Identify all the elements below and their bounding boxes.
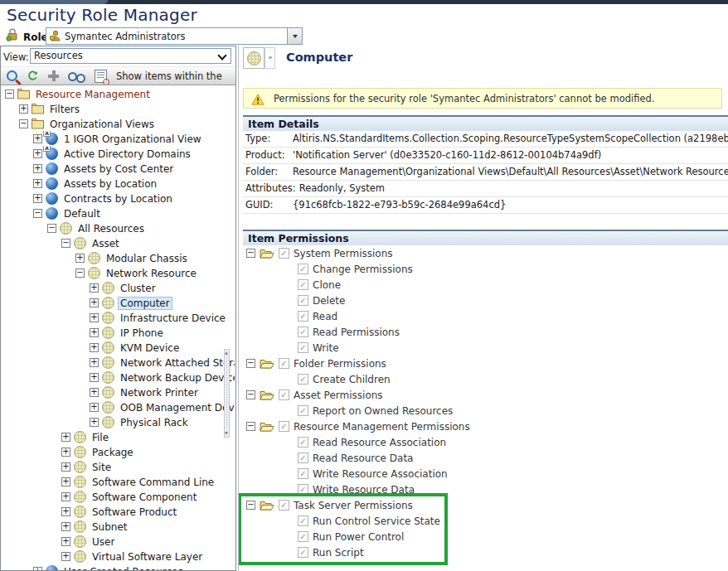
collapse-icon[interactable]: − [246, 390, 255, 399]
expand-icon[interactable]: + [61, 537, 70, 546]
view-select[interactable]: Resources [30, 48, 231, 64]
expand-icon[interactable]: + [19, 104, 28, 114]
expand-icon[interactable]: + [90, 283, 99, 293]
tree-item[interactable]: +Contracts by Location [2, 191, 235, 206]
tree-item[interactable]: −Asset [2, 235, 235, 250]
tree-item[interactable]: +Infrastructure Device [2, 310, 235, 325]
tree-item[interactable]: +Computer [2, 295, 235, 310]
tree-item[interactable]: +Subnet [2, 519, 235, 534]
tree-item-label[interactable]: Network Backup Device [119, 372, 235, 384]
tree-item-label[interactable]: 1 IGOR Organizational View [62, 133, 203, 145]
expand-icon[interactable]: + [61, 552, 70, 561]
scroll-down-icon[interactable] [225, 432, 228, 435]
expand-icon[interactable]: + [33, 134, 42, 143]
show-items-icon[interactable] [95, 70, 107, 83]
tree-item[interactable]: +IP Phone [2, 325, 235, 340]
binoculars-icon[interactable] [68, 71, 85, 81]
tree-item-label[interactable]: Organizational Views [48, 119, 156, 130]
tree-item[interactable]: +File [2, 429, 235, 444]
show-items-label[interactable]: Show items within the [116, 70, 222, 82]
tree-item[interactable]: +Network Printer [2, 385, 235, 399]
tree-item-label[interactable]: User Created Resources [62, 566, 185, 571]
expand-icon[interactable]: + [61, 477, 70, 486]
tree-item-label[interactable]: Modular Chassis [104, 253, 189, 264]
tree-item[interactable]: −Network Resource [2, 265, 235, 280]
tree-item[interactable]: +KVM Device [2, 340, 235, 355]
tree-item[interactable]: −Default [2, 206, 235, 220]
tree-item-label[interactable]: Package [90, 447, 135, 458]
tree-scrollbar[interactable] [224, 349, 230, 438]
tree-item[interactable]: +Package [2, 444, 235, 459]
expand-icon[interactable]: + [33, 179, 42, 188]
expand-icon[interactable]: + [90, 403, 99, 412]
collapse-icon[interactable]: − [47, 224, 56, 233]
expand-icon[interactable]: + [33, 164, 42, 173]
tree-item-label[interactable]: Network Printer [119, 387, 200, 399]
collapse-icon[interactable]: − [246, 422, 255, 431]
item-icon-dropdown-button[interactable] [265, 47, 275, 69]
tree-item[interactable]: +Cluster [2, 280, 235, 295]
tree-item[interactable]: −Resource Management [2, 86, 235, 101]
tree-item-label[interactable]: Software Product [90, 506, 178, 518]
expand-icon[interactable]: + [90, 343, 99, 352]
expand-icon[interactable]: + [33, 567, 42, 570]
collapse-icon[interactable]: − [75, 269, 85, 278]
tree-item-label[interactable]: Network Resource [104, 268, 198, 279]
collapse-icon[interactable]: − [61, 239, 70, 248]
tree-item[interactable]: +User Created Resources [2, 564, 235, 570]
tree-item-label[interactable]: IP Phone [119, 327, 165, 339]
expand-icon[interactable]: + [61, 492, 70, 501]
tree-item-label[interactable]: Asset [90, 238, 121, 249]
expand-icon[interactable]: + [90, 373, 99, 382]
expand-icon[interactable]: + [90, 298, 99, 307]
expand-icon[interactable]: + [61, 522, 70, 531]
expand-icon[interactable]: + [33, 149, 42, 158]
tree-item-label[interactable]: Default [62, 208, 102, 220]
tree-item-label[interactable]: Assets by Cost Center [62, 163, 175, 175]
tree-item-label[interactable]: Subnet [90, 521, 129, 533]
collapse-icon[interactable]: − [5, 90, 14, 99]
tree-item-label[interactable]: Software Command Line [90, 477, 216, 488]
tree-item-label[interactable]: Virtual Software Layer [90, 551, 204, 563]
scroll-up-icon[interactable] [225, 351, 228, 355]
tree-item-label[interactable]: Cluster [119, 283, 158, 294]
tree-item[interactable]: +Site [2, 459, 235, 474]
collapse-icon[interactable]: − [33, 209, 42, 218]
collapse-icon[interactable]: − [246, 359, 255, 368]
tree-item[interactable]: +Assets by Cost Center [2, 161, 235, 176]
tree-item[interactable]: +A1 IGOR Organizational View [2, 131, 235, 146]
role-dropdown-button[interactable] [287, 28, 302, 44]
expand-icon[interactable]: + [90, 388, 99, 397]
tree-item[interactable]: +Software Product [2, 504, 235, 519]
search-icon[interactable] [7, 70, 17, 81]
tree-item-label[interactable]: Network Attached Stora [119, 357, 235, 369]
tree-item-label[interactable]: Assets by Location [62, 178, 158, 190]
tree-item-label[interactable]: Computer [119, 298, 172, 309]
tree-item[interactable]: +Physical Rack [2, 414, 235, 429]
expand-icon[interactable]: + [90, 328, 99, 337]
tree-item-label[interactable]: User [90, 536, 116, 548]
tree-item-label[interactable]: Software Component [90, 491, 198, 503]
tree-item[interactable]: +Assets by Location [2, 176, 235, 191]
expand-icon[interactable]: + [61, 433, 70, 442]
tree-item[interactable]: +Network Attached Stora [2, 355, 235, 370]
item-icon-button[interactable] [243, 47, 265, 69]
expand-icon[interactable]: + [90, 313, 99, 322]
tree-item-label[interactable]: Filters [48, 104, 81, 115]
tree-item[interactable]: +User [2, 534, 235, 549]
tree-item[interactable]: +Network Backup Device [2, 370, 235, 385]
expand-icon[interactable]: + [75, 254, 85, 263]
collapse-icon[interactable]: − [246, 501, 255, 510]
tree-item[interactable]: +Virtual Software Layer [2, 549, 235, 564]
role-combobox[interactable]: Symantec Administrators [46, 27, 303, 45]
expand-icon[interactable]: + [90, 418, 99, 427]
refresh-icon[interactable] [27, 70, 39, 82]
tree-item[interactable]: +Filters [2, 101, 235, 116]
tree-item-label[interactable]: Active Directory Domains [62, 148, 192, 160]
expand-icon[interactable]: + [61, 448, 70, 457]
tree-item-label[interactable]: Contracts by Location [62, 193, 174, 205]
tree-item-label[interactable]: KVM Device [119, 342, 181, 354]
tree-item[interactable]: −Organizational Views [2, 116, 235, 131]
collapse-icon[interactable]: − [246, 249, 255, 258]
tree-item-label[interactable]: Infrastructure Device [119, 312, 227, 324]
